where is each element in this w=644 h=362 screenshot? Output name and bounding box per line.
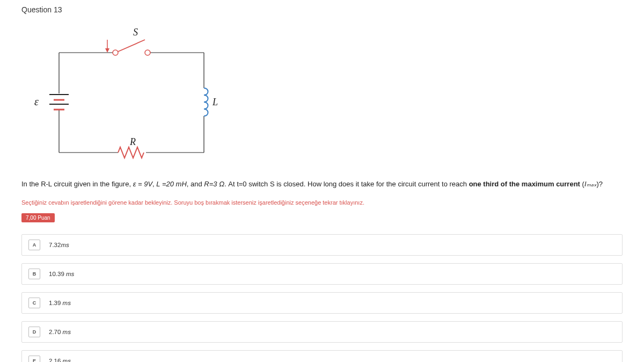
option-d[interactable]: D 2.70 ms <box>21 321 623 343</box>
option-letter: B <box>28 269 40 279</box>
option-letter: C <box>28 298 40 308</box>
resistor-label: R <box>129 136 136 147</box>
option-letter: E <box>28 356 40 363</box>
option-letter: A <box>28 240 40 250</box>
svg-marker-9 <box>105 48 109 53</box>
option-text: 1.39 ms <box>49 300 71 306</box>
options-list: A 7.32ms B 10.39 ms C 1.39 ms D 2.70 ms … <box>21 234 623 363</box>
option-c[interactable]: C 1.39 ms <box>21 292 623 314</box>
circuit-diagram: S ε L R <box>27 24 623 164</box>
option-text: 2.70 ms <box>49 329 71 335</box>
question-number: Question 13 <box>21 5 623 14</box>
option-letter: D <box>28 327 40 337</box>
option-b[interactable]: B 10.39 ms <box>21 263 623 285</box>
option-a[interactable]: A 7.32ms <box>21 234 623 256</box>
points-badge: 7,00 Puan <box>21 213 55 222</box>
option-text: 7.32ms <box>49 242 69 248</box>
question-text: In the R-L circuit given in the figure, … <box>21 179 623 190</box>
svg-point-11 <box>145 50 150 55</box>
option-text: 10.39 ms <box>49 271 74 277</box>
svg-line-12 <box>118 40 145 52</box>
instruction-text: Seçtiğiniz cevabın işaretlendiğini gören… <box>21 199 623 206</box>
option-text: 2.16 ms <box>49 358 71 363</box>
switch-label: S <box>133 27 138 38</box>
emf-label: ε <box>34 96 39 107</box>
option-e[interactable]: E 2.16 ms <box>21 350 623 363</box>
inductor-label: L <box>212 97 218 107</box>
svg-point-10 <box>113 50 118 55</box>
